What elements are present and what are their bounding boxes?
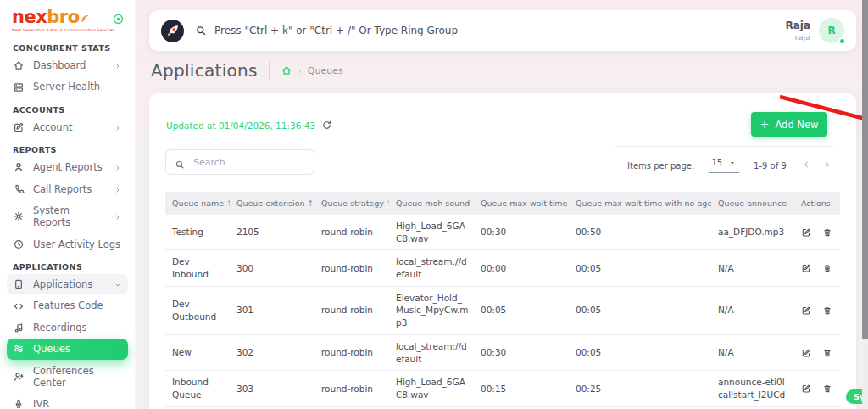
cell-queue-max-wait-no-agent: 00:50	[569, 215, 711, 250]
cell-queue-moh-sound: local_stream://default	[389, 250, 474, 286]
global-search-bar[interactable]: Press "Ctrl + k" or "Ctrl + /" Or Type R…	[149, 10, 856, 51]
chevron-right-icon	[114, 212, 122, 221]
page-title: Applications	[151, 60, 258, 81]
chevron-right-icon	[114, 163, 122, 171]
cell-queue-announce: N/A	[711, 250, 794, 286]
plus-icon: +	[760, 119, 770, 130]
cell-queue-announce: N/A	[711, 334, 794, 370]
sidebar-item-user-activity-logs[interactable]: User Activity Logs	[7, 234, 128, 255]
cell-queue-name: New	[165, 334, 230, 370]
previous-page-button[interactable]	[801, 160, 811, 170]
cell-queue-strategy: round-robin	[314, 286, 389, 334]
column-header-queue-moh-sound[interactable]: Queue moh sound↑	[389, 192, 474, 215]
edit-button[interactable]	[801, 227, 811, 238]
sidebar-item-system-reports[interactable]: System Reports	[7, 200, 128, 233]
queues-table: Queue name↑Queue extension↑Queue strateg…	[165, 192, 840, 409]
sidebar-item-recordings[interactable]: Recordings	[7, 317, 128, 338]
cell-actions	[794, 334, 840, 370]
delete-button[interactable]	[822, 263, 832, 273]
brand-tagline: Next Generation E-Mail & Communication S…	[12, 28, 125, 32]
sidebar-item-features-code[interactable]: Features Code	[7, 295, 128, 316]
sidebar-item-label: Recordings	[33, 322, 87, 333]
queues-card: Updated at 01/04/2026, 11:36:43 + Add Ne…	[149, 93, 856, 409]
cell-queue-max-wait-time: 00:00	[474, 250, 569, 286]
search-icon	[175, 157, 185, 167]
sidebar-item-agent-reports[interactable]: Agent Reports	[7, 157, 128, 177]
sidebar-toggle-icon[interactable]	[112, 13, 125, 25]
delete-button[interactable]	[822, 384, 832, 394]
chevron-right-icon	[114, 123, 122, 132]
table-row: Testing2105round-robinHigh_Load_6GAC8.wa…	[165, 215, 840, 250]
edit-button[interactable]	[801, 305, 811, 316]
cell-actions	[794, 215, 840, 250]
music-icon	[13, 322, 25, 333]
scrollbar-thumb[interactable]	[862, 0, 868, 339]
edit-button[interactable]	[801, 348, 811, 358]
cell-queue-strategy: round-robin	[314, 250, 389, 286]
add-new-button[interactable]: + Add New	[751, 112, 827, 137]
delete-button[interactable]	[822, 305, 832, 316]
column-header-queue-max-wait-time[interactable]: Queue max wait time↑	[474, 192, 569, 215]
cell-queue-max-wait-no-agent: 00:05	[569, 334, 711, 370]
sidebar-item-call-reports[interactable]: Call Reports	[7, 179, 128, 199]
column-header-queue-extension[interactable]: Queue extension↑	[230, 192, 314, 215]
search-icon	[195, 25, 207, 36]
sidebar-section-header: CONCURRENT STATS	[13, 43, 122, 53]
avatar[interactable]: R	[819, 18, 844, 43]
brand-logo[interactable]: nexbro Next Generation E-Mail & Communic…	[12, 8, 125, 32]
edit-icon	[13, 121, 25, 133]
cell-queue-extension: 302	[230, 334, 314, 370]
global-search-placeholder: Press "Ctrl + k" or "Ctrl + /" Or Type R…	[214, 25, 458, 36]
sidebar-item-account[interactable]: Account	[7, 117, 128, 137]
app-icon	[13, 278, 25, 290]
sidebar: nexbro Next Generation E-Mail & Communic…	[0, 0, 136, 409]
home-icon[interactable]	[281, 64, 292, 76]
paginator: Items per page: 15 1-9 of 9	[615, 146, 834, 173]
sidebar-item-ivr[interactable]: IVR	[7, 394, 128, 409]
breadcrumb-current: Queues	[308, 65, 343, 76]
sidebar-item-label: IVR	[33, 398, 49, 409]
caret-down-icon	[728, 159, 737, 167]
cell-queue-max-wait-no-agent: 00:25	[569, 371, 711, 406]
sidebar-item-applications[interactable]: Applications	[7, 274, 128, 294]
cell-queue-name: Dev Outbound	[165, 286, 230, 334]
edit-button[interactable]	[801, 384, 811, 394]
table-search-input[interactable]	[192, 156, 305, 169]
gear-icon	[13, 210, 25, 222]
delete-button[interactable]	[822, 348, 832, 358]
sort-up-icon: ↑	[472, 199, 474, 208]
main-area: Press "Ctrl + k" or "Ctrl + /" Or Type R…	[136, 0, 868, 409]
column-header-queue-strategy[interactable]: Queue strategy↑	[314, 192, 389, 215]
page-range-label: 1-9 of 9	[754, 161, 787, 171]
table-search[interactable]	[165, 149, 314, 175]
sidebar-section-header: APPLICATIONS	[13, 262, 122, 272]
items-per-page-select[interactable]: 15	[709, 158, 739, 173]
edit-button[interactable]	[801, 263, 811, 273]
column-header-queue-name[interactable]: Queue name↑	[165, 192, 230, 215]
refresh-icon[interactable]	[321, 120, 332, 131]
sidebar-item-label: Features Code	[33, 300, 103, 311]
sort-up-icon: ↑	[226, 199, 230, 208]
sidebar-item-dashboard[interactable]: Dashboard	[7, 55, 128, 76]
sidebar-item-queues[interactable]: Queues	[7, 339, 128, 359]
global-search-input[interactable]: Press "Ctrl + k" or "Ctrl + /" Or Type R…	[195, 25, 785, 36]
table-row: Inbound Queue303round-robinHigh_Load_6GA…	[165, 371, 840, 406]
home-icon	[13, 59, 25, 71]
column-header-queue-max-wait-time-with-no-agent[interactable]: Queue max wait time with no agent↑	[569, 192, 711, 215]
table-header-row: Queue name↑Queue extension↑Queue strateg…	[165, 192, 840, 215]
next-page-button[interactable]	[822, 160, 832, 170]
cell-queue-extension: 301	[230, 286, 314, 334]
cell-queue-moh-sound: local_stream://default	[389, 334, 474, 370]
server-icon	[13, 81, 25, 93]
chevron-right-icon	[114, 61, 122, 70]
delete-button[interactable]	[822, 227, 832, 238]
sidebar-item-label: System Reports	[33, 204, 105, 229]
clock-icon	[13, 238, 25, 250]
table-row: New302round-robinlocal_stream://default0…	[165, 334, 840, 370]
sidebar-item-conferences-center[interactable]: Conferences Center	[7, 361, 128, 394]
cell-queue-extension: 300	[230, 250, 314, 286]
sidebar-item-server-health[interactable]: Server Health	[7, 76, 128, 97]
sidebar-item-label: Conferences Center	[33, 365, 122, 389]
cell-queue-name: Dev Inbound	[165, 250, 230, 286]
sidebar-nav: CONCURRENT STATSDashboardServer HealthAC…	[0, 34, 135, 409]
